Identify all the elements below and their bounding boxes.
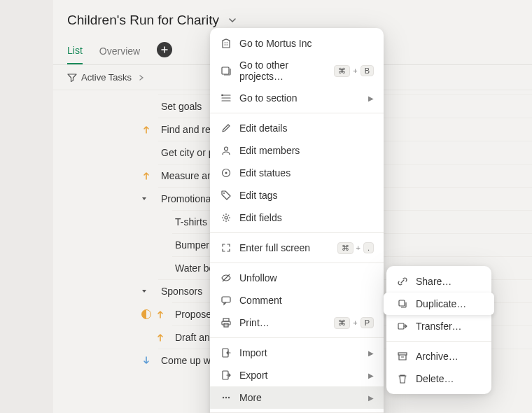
menu-label: Edit fields bbox=[239, 212, 374, 223]
submenu-transfer[interactable]: Transfer… bbox=[386, 315, 491, 337]
gear-icon bbox=[220, 211, 232, 224]
archive-icon bbox=[396, 350, 409, 363]
task-icons bbox=[53, 356, 158, 365]
priority-up-icon bbox=[155, 309, 165, 319]
menu-unfollow[interactable]: Unfollow bbox=[210, 267, 384, 289]
duplicate-icon bbox=[396, 298, 409, 310]
print-icon bbox=[220, 316, 232, 329]
submenu-delete[interactable]: Delete… bbox=[386, 368, 491, 390]
priority-up-icon bbox=[141, 171, 151, 181]
submenu-arrow-icon: ▶ bbox=[368, 372, 374, 379]
svg-rect-8 bbox=[223, 318, 229, 321]
menu-import[interactable]: Import ▶ bbox=[210, 342, 384, 364]
progress-half-icon bbox=[141, 309, 151, 319]
menu-label: Go to other projects… bbox=[239, 59, 327, 82]
comment-icon bbox=[220, 294, 232, 307]
status-icon bbox=[220, 167, 232, 179]
section-icon bbox=[220, 92, 232, 104]
collapsed-sidebar bbox=[0, 0, 53, 413]
svg-point-6 bbox=[225, 216, 227, 219]
tab-overview[interactable]: Overview bbox=[99, 41, 140, 64]
filter-chevron-icon[interactable] bbox=[139, 74, 144, 81]
svg-rect-1 bbox=[221, 94, 223, 96]
menu-label: Edit members bbox=[239, 145, 374, 156]
svg-rect-18 bbox=[398, 323, 404, 329]
person-icon bbox=[220, 144, 232, 157]
menu-separator bbox=[210, 262, 384, 263]
menu-export[interactable]: Export ▶ bbox=[210, 364, 384, 386]
menu-comment[interactable]: Comment bbox=[210, 289, 384, 312]
svg-rect-19 bbox=[398, 353, 407, 355]
menu-label: Archive… bbox=[416, 351, 482, 362]
header: Children's Run for Charity bbox=[53, 0, 532, 28]
shortcut: ⌘+B bbox=[334, 65, 374, 77]
task-icons bbox=[53, 125, 158, 134]
project-title: Children's Run for Charity bbox=[67, 13, 219, 28]
more-submenu: Share… Duplicate… Transfer… Archive… Del… bbox=[386, 266, 491, 394]
collapse-caret-icon[interactable] bbox=[141, 196, 147, 202]
menu-more[interactable]: More ▶ bbox=[210, 386, 384, 409]
shortcut: ⌘+. bbox=[337, 242, 374, 254]
import-icon bbox=[220, 346, 232, 359]
menu-label: Print… bbox=[239, 317, 327, 328]
menu-go-mortus[interactable]: Go to Mortus Inc bbox=[210, 32, 384, 55]
menu-label: Share… bbox=[416, 276, 482, 287]
tag-icon bbox=[220, 189, 232, 202]
svg-point-5 bbox=[223, 192, 225, 194]
fullscreen-icon bbox=[220, 241, 232, 254]
menu-edit-details[interactable]: Edit details bbox=[210, 117, 384, 139]
svg-rect-17 bbox=[399, 300, 405, 306]
menu-label: Go to Mortus Inc bbox=[239, 38, 374, 49]
menu-label: Edit statues bbox=[239, 167, 374, 178]
menu-label: Edit tags bbox=[239, 190, 374, 201]
submenu-duplicate[interactable]: Duplicate… bbox=[384, 293, 494, 315]
task-icons bbox=[53, 288, 158, 294]
menu-label: Delete… bbox=[416, 373, 482, 384]
collapse-caret-icon[interactable] bbox=[141, 288, 147, 294]
menu-label: Export bbox=[239, 370, 361, 381]
menu-go-other[interactable]: Go to other projects… ⌘+B bbox=[210, 55, 384, 87]
menu-go-section[interactable]: Go to section ▶ bbox=[210, 87, 384, 109]
shortcut: ⌘+P bbox=[334, 317, 374, 329]
submenu-share[interactable]: Share… bbox=[386, 270, 491, 293]
menu-full-screen[interactable]: Enter full screen ⌘+. bbox=[210, 237, 384, 259]
menu-label: More bbox=[239, 392, 361, 403]
building-icon bbox=[220, 37, 232, 50]
menu-separator bbox=[210, 337, 384, 338]
task-icons bbox=[53, 196, 158, 202]
add-tab-button[interactable] bbox=[157, 42, 172, 57]
svg-point-4 bbox=[225, 172, 227, 174]
menu-edit-fields[interactable]: Edit fields bbox=[210, 206, 384, 229]
projects-icon bbox=[220, 64, 232, 77]
menu-print[interactable]: Print… ⌘+P bbox=[210, 312, 384, 334]
menu-edit-members[interactable]: Edit members bbox=[210, 139, 384, 162]
priority-up-icon bbox=[141, 125, 151, 134]
svg-rect-0 bbox=[222, 67, 229, 74]
menu-label: Duplicate… bbox=[416, 298, 482, 309]
menu-edit-tags[interactable]: Edit tags bbox=[210, 184, 384, 206]
submenu-arrow-icon: ▶ bbox=[368, 94, 374, 102]
link-icon bbox=[396, 275, 409, 288]
trash-icon bbox=[396, 372, 409, 385]
menu-label: Edit details bbox=[239, 122, 374, 134]
submenu-archive[interactable]: Archive… bbox=[386, 345, 491, 368]
priority-up-icon bbox=[155, 332, 165, 342]
menu-separator bbox=[210, 113, 384, 113]
menu-separator bbox=[386, 341, 491, 342]
svg-rect-7 bbox=[222, 297, 230, 302]
project-menu-toggle[interactable] bbox=[225, 13, 240, 28]
menu-label: Enter full screen bbox=[239, 242, 330, 253]
task-icons bbox=[53, 332, 172, 342]
more-icon bbox=[220, 391, 232, 404]
svg-point-13 bbox=[223, 397, 224, 398]
eye-off-icon bbox=[220, 272, 232, 284]
svg-point-2 bbox=[225, 147, 228, 150]
menu-label: Comment bbox=[239, 295, 374, 306]
submenu-arrow-icon: ▶ bbox=[368, 394, 374, 402]
export-icon bbox=[220, 369, 232, 382]
menu-label: Go to section bbox=[239, 92, 361, 104]
filter-active-tasks[interactable]: Active Tasks bbox=[67, 72, 132, 83]
menu-edit-statues[interactable]: Edit statues bbox=[210, 162, 384, 184]
task-icons bbox=[53, 309, 172, 319]
tab-list[interactable]: List bbox=[67, 41, 83, 64]
